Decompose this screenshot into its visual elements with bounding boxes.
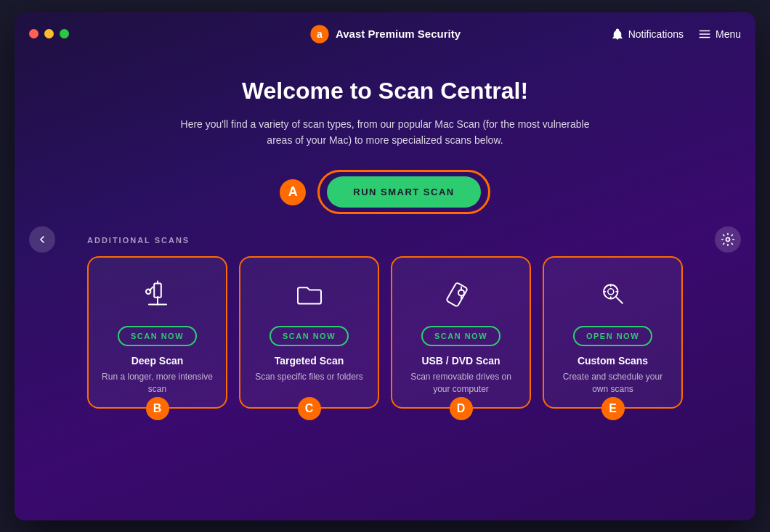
folder-icon [288,272,331,316]
targeted-scan-description: Scan specific files or folders [255,371,363,383]
svg-line-15 [615,297,622,303]
minimize-button[interactable] [44,29,54,38]
microscope-icon [136,272,179,316]
close-button[interactable] [29,29,38,38]
smart-scan-highlight: RUN SMART SCAN [317,170,490,214]
settings-button[interactable] [715,226,741,253]
usb-scan-description: Scan removable drives on your computer [404,371,518,396]
svg-point-2 [726,237,730,241]
custom-scans-badge-e: E [601,397,625,420]
app-window: a Avast Premium Security Notifications M… [15,12,755,520]
custom-scans-card[interactable]: OPEN NOW Custom Scans Create and schedul… [543,256,683,409]
usb-scan-title: USB / DVD Scan [421,355,500,367]
notifications-button[interactable]: Notifications [611,28,684,41]
usb-dvd-scan-card[interactable]: SCAN NOW USB / DVD Scan Scan removable d… [391,256,531,409]
traffic-lights [29,29,69,38]
usb-scan-badge-d: D [450,397,473,420]
custom-scans-title: Custom Scans [578,355,648,367]
run-smart-scan-button[interactable]: RUN SMART SCAN [327,176,480,208]
titlebar: a Avast Premium Security Notifications M… [15,12,755,56]
hamburger-icon [698,28,711,41]
targeted-scan-card[interactable]: SCAN NOW Targeted Scan Scan specific fil… [239,256,379,409]
svg-point-11 [458,290,464,296]
svg-point-16 [607,289,613,295]
custom-scans-description: Create and schedule your own scans [556,371,670,396]
notifications-label: Notifications [628,28,684,40]
back-arrow-icon [36,234,48,245]
deep-scan-badge-b: B [146,397,169,420]
page-subtitle: Here you'll find a variety of scan types… [167,116,603,149]
targeted-scan-badge-c: C [298,397,321,420]
targeted-scan-button[interactable]: SCAN NOW [270,326,349,346]
titlebar-actions: Notifications Menu [611,28,741,41]
additional-scans-section: ADDITIONAL SCANS [58,236,712,409]
avast-logo-icon: a [309,24,330,44]
scan-cards-grid: SCAN NOW Deep Scan Run a longer, more in… [87,256,683,409]
svg-text:a: a [317,28,323,39]
content-area: Welcome to Scan Central! Here you'll fin… [15,56,755,423]
custom-scans-button[interactable]: OPEN NOW [573,326,652,346]
additional-scans-heading: ADDITIONAL SCANS [87,236,683,245]
gear-icon [721,232,735,247]
maximize-button[interactable] [60,29,69,38]
svg-point-8 [146,290,150,294]
deep-scan-description: Run a longer, more intensive scan [100,371,214,396]
page-title: Welcome to Scan Central! [242,78,528,105]
gear-search-icon [591,272,635,316]
targeted-scan-title: Targeted Scan [275,355,344,367]
usb-scan-button[interactable]: SCAN NOW [421,326,500,346]
deep-scan-card[interactable]: SCAN NOW Deep Scan Run a longer, more in… [87,256,227,409]
svg-rect-10 [446,282,468,307]
bell-icon [611,28,624,41]
back-button[interactable] [29,226,55,253]
usb-icon [439,272,483,316]
deep-scan-title: Deep Scan [131,355,184,367]
menu-label: Menu [716,28,741,40]
app-title-area: a Avast Premium Security [309,24,461,44]
deep-scan-button[interactable]: SCAN NOW [118,326,197,346]
app-title-text: Avast Premium Security [336,28,461,40]
smart-scan-area: A RUN SMART SCAN [280,170,490,214]
smart-scan-badge-a: A [280,179,306,205]
svg-rect-6 [154,284,161,298]
menu-button[interactable]: Menu [698,28,741,41]
